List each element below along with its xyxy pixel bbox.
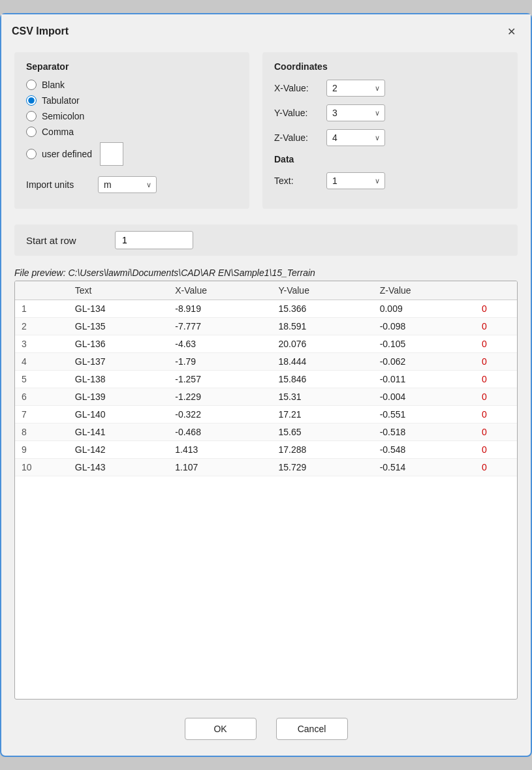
ok-button[interactable]: OK bbox=[185, 718, 257, 740]
cell-extra: 0 bbox=[475, 300, 517, 318]
cell-text: GL-143 bbox=[69, 459, 168, 476]
separator-title: Separator bbox=[26, 61, 238, 72]
col-header-z: Z-Value bbox=[373, 281, 475, 300]
cell-extra: 0 bbox=[475, 424, 517, 441]
cell-y: 15.65 bbox=[272, 424, 373, 441]
separator-panel: Separator Blank Tabulator Semicolon bbox=[14, 52, 249, 209]
z-value-select[interactable]: 41235 bbox=[326, 129, 385, 146]
y-value-select[interactable]: 31245 bbox=[326, 104, 385, 121]
cancel-button[interactable]: Cancel bbox=[276, 718, 348, 740]
dialog-title: CSV Import bbox=[12, 25, 69, 37]
cell-y: 15.366 bbox=[272, 300, 373, 318]
cell-x: -0.322 bbox=[168, 406, 272, 424]
cell-rownum: 9 bbox=[15, 441, 69, 459]
cell-rownum: 5 bbox=[15, 371, 69, 388]
cell-text: GL-139 bbox=[69, 388, 168, 406]
start-at-row-section: Start at row bbox=[14, 224, 518, 256]
cell-text: GL-136 bbox=[69, 335, 168, 353]
radio-comma[interactable]: Comma bbox=[26, 127, 238, 137]
text-value-label: Text: bbox=[274, 176, 326, 186]
table-row: 7 GL-140 -0.322 17.21 -0.551 0 bbox=[15, 406, 517, 424]
radio-blank-input[interactable] bbox=[26, 80, 37, 90]
table-row: 4 GL-137 -1.79 18.444 -0.062 0 bbox=[15, 353, 517, 371]
preview-table: Text X-Value Y-Value Z-Value 1 GL-134 -8… bbox=[15, 281, 517, 476]
radio-user-defined[interactable]: user defined bbox=[26, 149, 92, 159]
radio-user-defined-label: user defined bbox=[42, 149, 92, 159]
table-row: 5 GL-138 -1.257 15.846 -0.011 0 bbox=[15, 371, 517, 388]
cell-z: -0.098 bbox=[373, 318, 475, 335]
cell-x: -8.919 bbox=[168, 300, 272, 318]
cell-y: 15.846 bbox=[272, 371, 373, 388]
cell-x: -0.468 bbox=[168, 424, 272, 441]
cell-y: 18.444 bbox=[272, 353, 373, 371]
cell-x: 1.107 bbox=[168, 459, 272, 476]
x-value-row: X-Value: 21345 bbox=[274, 80, 506, 97]
cell-text: GL-134 bbox=[69, 300, 168, 318]
radio-tabulator[interactable]: Tabulator bbox=[26, 95, 238, 106]
cell-y: 15.31 bbox=[272, 388, 373, 406]
x-value-select-wrapper: 21345 bbox=[326, 80, 385, 97]
radio-semicolon[interactable]: Semicolon bbox=[26, 111, 238, 121]
radio-blank[interactable]: Blank bbox=[26, 80, 238, 90]
start-at-row-input[interactable] bbox=[115, 231, 193, 249]
y-value-label: Y-Value: bbox=[274, 108, 326, 118]
cell-extra: 0 bbox=[475, 318, 517, 335]
file-preview-label: File preview: C:\Users\lawmi\Documents\C… bbox=[14, 268, 518, 278]
z-value-row: Z-Value: 41235 bbox=[274, 129, 506, 146]
user-defined-input-box[interactable] bbox=[100, 142, 123, 166]
text-value-select[interactable]: 12345 bbox=[326, 172, 385, 189]
dialog-footer: OK Cancel bbox=[1, 706, 531, 756]
cell-text: GL-135 bbox=[69, 318, 168, 335]
preview-scroll-area[interactable]: Text X-Value Y-Value Z-Value 1 GL-134 -8… bbox=[15, 281, 517, 476]
cell-x: -1.229 bbox=[168, 388, 272, 406]
cell-z: -0.011 bbox=[373, 371, 475, 388]
cell-z: -0.518 bbox=[373, 424, 475, 441]
cell-x: -1.257 bbox=[168, 371, 272, 388]
cell-rownum: 7 bbox=[15, 406, 69, 424]
start-at-row-label: Start at row bbox=[26, 235, 104, 246]
cell-z: -0.548 bbox=[373, 441, 475, 459]
separator-radio-group: Blank Tabulator Semicolon Comma bbox=[26, 80, 238, 166]
cell-y: 18.591 bbox=[272, 318, 373, 335]
table-row: 3 GL-136 -4.63 20.076 -0.105 0 bbox=[15, 335, 517, 353]
text-value-row: Text: 12345 bbox=[274, 172, 506, 189]
x-value-label: X-Value: bbox=[274, 83, 326, 93]
table-row: 10 GL-143 1.107 15.729 -0.514 0 bbox=[15, 459, 517, 476]
radio-user-defined-input[interactable] bbox=[26, 149, 37, 159]
table-row: 9 GL-142 1.413 17.288 -0.548 0 bbox=[15, 441, 517, 459]
radio-comma-input[interactable] bbox=[26, 127, 37, 137]
cell-rownum: 8 bbox=[15, 424, 69, 441]
data-section-title: Data bbox=[274, 154, 506, 164]
close-button[interactable]: ✕ bbox=[502, 22, 520, 40]
radio-semicolon-input[interactable] bbox=[26, 111, 37, 121]
cell-extra: 0 bbox=[475, 371, 517, 388]
cell-text: GL-141 bbox=[69, 424, 168, 441]
cell-y: 17.21 bbox=[272, 406, 373, 424]
cell-z: -0.062 bbox=[373, 353, 475, 371]
import-units-select[interactable]: m cm mm ft in bbox=[98, 176, 157, 193]
cell-rownum: 6 bbox=[15, 388, 69, 406]
radio-tabulator-input[interactable] bbox=[26, 95, 37, 106]
table-row: 1 GL-134 -8.919 15.366 0.009 0 bbox=[15, 300, 517, 318]
import-units-select-wrapper: m cm mm ft in bbox=[98, 176, 157, 193]
x-value-select[interactable]: 21345 bbox=[326, 80, 385, 97]
cell-text: GL-142 bbox=[69, 441, 168, 459]
data-section: Data Text: 12345 bbox=[274, 154, 506, 189]
col-header-text: Text bbox=[69, 281, 168, 300]
cell-extra: 0 bbox=[475, 406, 517, 424]
cell-extra: 0 bbox=[475, 388, 517, 406]
table-row: 2 GL-135 -7.777 18.591 -0.098 0 bbox=[15, 318, 517, 335]
cell-z: -0.551 bbox=[373, 406, 475, 424]
cell-z: -0.105 bbox=[373, 335, 475, 353]
table-row: 6 GL-139 -1.229 15.31 -0.004 0 bbox=[15, 388, 517, 406]
csv-import-dialog: CSV Import ✕ Separator Blank Tabulator bbox=[0, 13, 532, 757]
cell-rownum: 2 bbox=[15, 318, 69, 335]
import-units-label: Import units bbox=[26, 179, 91, 190]
title-bar: CSV Import ✕ bbox=[1, 14, 531, 46]
radio-comma-label: Comma bbox=[42, 127, 74, 137]
cell-x: -4.63 bbox=[168, 335, 272, 353]
col-header-num bbox=[15, 281, 69, 300]
col-header-extra bbox=[475, 281, 517, 300]
cell-rownum: 3 bbox=[15, 335, 69, 353]
cell-y: 15.729 bbox=[272, 459, 373, 476]
